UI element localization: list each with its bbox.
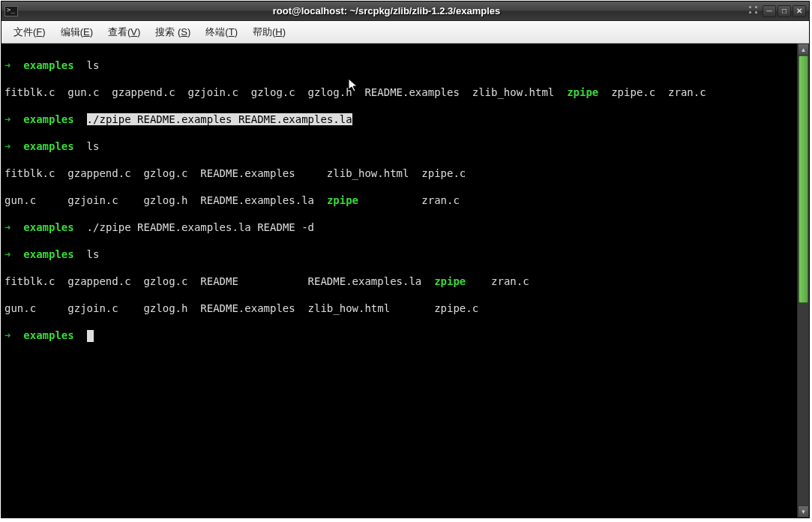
window-menu-icon[interactable] [749, 6, 760, 16]
command-text: ls [87, 140, 100, 152]
menu-file[interactable]: 文件(F) [7, 22, 52, 42]
scroll-down-button[interactable]: ▼ [798, 506, 809, 518]
prompt-dir: examples [23, 248, 73, 260]
terminal-output[interactable]: ➜ examples ls fitblk.c gun.c gzappend.c … [1, 44, 797, 518]
menu-terminal[interactable]: 终端(T) [199, 22, 244, 42]
terminal-cursor [87, 330, 94, 342]
menu-edit[interactable]: 编辑(E) [55, 22, 99, 42]
command-text: ls [87, 59, 100, 71]
prompt-arrow-icon: ➜ [4, 329, 10, 341]
prompt-dir: examples [23, 59, 73, 71]
window-controls: ─ □ ✕ [763, 5, 806, 17]
menu-help[interactable]: 帮助(H) [247, 22, 292, 42]
prompt-arrow-icon: ➜ [4, 248, 10, 260]
prompt-dir: examples [23, 221, 73, 233]
titlebar[interactable]: root@localhost: ~/srcpkg/zlib/zlib-1.2.3… [1, 2, 809, 21]
ls-output-row: fitblk.c gun.c gzappend.c gzjoin.c gzlog… [4, 86, 794, 99]
prompt-arrow-icon: ➜ [4, 221, 10, 233]
command-text: ./zpipe README.examples.la README -d [87, 221, 314, 233]
prompt-dir: examples [23, 140, 73, 152]
menu-search[interactable]: 搜索 (S) [149, 22, 196, 42]
terminal-app-icon [4, 6, 18, 16]
prompt-arrow-icon: ➜ [4, 113, 10, 125]
ls-output-row: fitblk.c gzappend.c gzlog.c README.examp… [4, 166, 794, 180]
close-button[interactable]: ✕ [793, 5, 806, 17]
executable-file: zpipe [567, 86, 598, 98]
minimize-button[interactable]: ─ [763, 5, 776, 17]
ls-output-row: fitblk.c gzappend.c gzlog.c README READM… [4, 274, 794, 288]
menubar: 文件(F) 编辑(E) 查看(V) 搜索 (S) 终端(T) 帮助(H) [1, 21, 809, 44]
prompt-dir: examples [23, 329, 73, 341]
executable-file: zpipe [434, 275, 466, 287]
terminal-window: root@localhost: ~/srcpkg/zlib/zlib-1.2.3… [1, 1, 810, 518]
menu-view[interactable]: 查看(V) [102, 22, 146, 42]
window-title: root@localhost: ~/srcpkg/zlib/zlib-1.2.3… [24, 5, 749, 16]
selected-text: ./zpipe README.examples README.examples.… [87, 113, 352, 125]
maximize-button[interactable]: □ [778, 5, 791, 17]
scroll-up-button[interactable]: ▲ [798, 44, 809, 56]
executable-file: zpipe [327, 194, 358, 206]
vertical-scrollbar[interactable]: ▲ ▼ [797, 44, 809, 518]
prompt-arrow-icon: ➜ [4, 59, 10, 71]
ls-output-row: gun.c gzjoin.c gzlog.h README.examples z… [4, 302, 794, 315]
command-text: ls [87, 248, 100, 260]
scroll-track[interactable] [798, 56, 809, 506]
prompt-arrow-icon: ➜ [4, 140, 10, 152]
prompt-dir: examples [23, 113, 73, 125]
ls-output-row: gun.c gzjoin.c gzlog.h README.examples.l… [4, 194, 794, 207]
content-area: ➜ examples ls fitblk.c gun.c gzappend.c … [1, 44, 809, 518]
scroll-thumb[interactable] [799, 56, 808, 303]
